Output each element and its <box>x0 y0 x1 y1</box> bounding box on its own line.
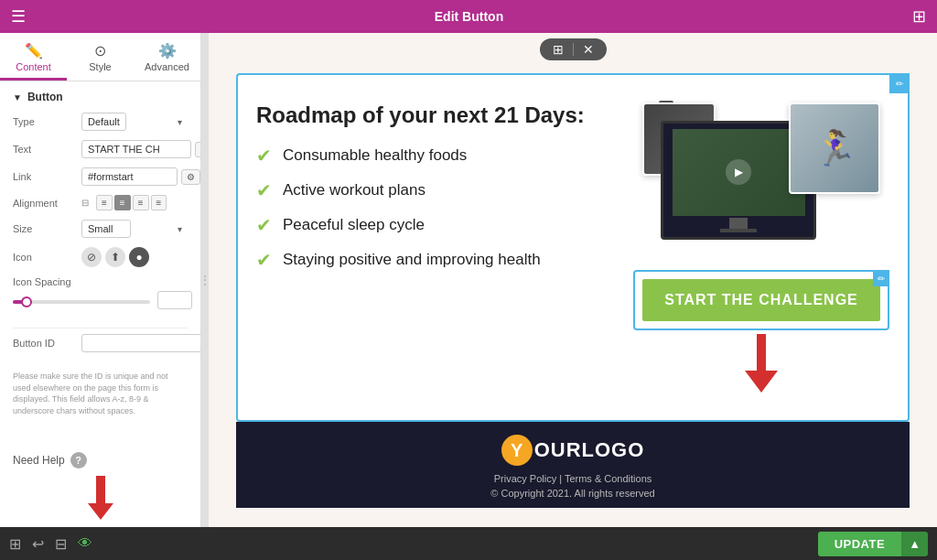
text-input[interactable] <box>81 140 191 158</box>
align-center-btn[interactable]: ≡ <box>114 195 131 210</box>
checklist-item-3: Peaceful sleep cycle <box>283 216 425 234</box>
check-icon-2: ✔ <box>256 179 272 201</box>
logo-letter: Y <box>511 440 522 461</box>
tool-separator <box>573 43 574 56</box>
image-collage: ⊞ 🏋️ ▶ <box>642 102 880 253</box>
slider-thumb[interactable] <box>21 296 32 307</box>
arrow-container <box>88 476 113 520</box>
need-help-label: Need Help <box>13 454 65 467</box>
left-panel: ✏️ Content ⊙ Style ⚙️ Advanced ▼ Button … <box>0 33 201 527</box>
main-area: ✏️ Content ⊙ Style ⚙️ Advanced ▼ Button … <box>0 33 937 527</box>
tab-advanced[interactable]: ⚙️ Advanced <box>134 33 200 81</box>
button-id-control: 🗑 <box>81 334 201 352</box>
footer-copyright-text: © Copyright 2021. All rights reserved <box>490 488 654 499</box>
widget-box: ✏ Roadmap of your next 21 Days: ✔ Consum… <box>236 73 910 422</box>
monitor-screen: ▶ <box>673 129 805 216</box>
start-challenge-button[interactable]: START THE CHALLENGE <box>642 279 880 321</box>
list-item: ✔ Peaceful sleep cycle <box>256 214 615 236</box>
type-label: Type <box>13 116 81 127</box>
canvas-close-btn[interactable]: ✕ <box>583 42 594 57</box>
size-select[interactable]: Small Medium Large <box>81 220 131 238</box>
divider <box>13 328 188 328</box>
resize-handle[interactable]: ⋮ <box>201 33 209 527</box>
section-label: Button <box>27 91 63 103</box>
link-settings-icon[interactable]: ⚙ <box>181 169 200 185</box>
widget-edit-icon[interactable]: ✏ <box>889 73 910 93</box>
history-icon[interactable]: ↩ <box>32 535 44 553</box>
bottom-icons: ⊞ ↩ ⊟ 👁 <box>9 535 92 553</box>
menu-icon[interactable]: ☰ <box>11 6 26 27</box>
link-label: Link <box>13 171 81 182</box>
need-help-row: Need Help ? <box>0 445 200 476</box>
layers-icon[interactable]: ⊞ <box>9 535 21 553</box>
button-section: ▼ Button Type Default Text <box>0 81 200 367</box>
check-icon-1: ✔ <box>256 145 272 167</box>
button-id-row: Button ID 🗑 <box>13 334 188 352</box>
button-id-input[interactable] <box>81 334 201 352</box>
canvas-toolbar-inner: ⊞ ✕ <box>540 38 607 60</box>
monitor-base <box>720 229 757 232</box>
collapse-arrow[interactable]: ▼ <box>13 92 22 102</box>
text-row: Text ⊞ <box>13 140 188 158</box>
link-control: ⚙ ☰ <box>81 167 201 186</box>
tab-style[interactable]: ⊙ Style <box>67 33 134 81</box>
canvas-content: ✏ Roadmap of your next 21 Days: ✔ Consum… <box>209 64 937 527</box>
align-left-btn[interactable]: ≡ <box>96 195 113 210</box>
icon-spacing-row: Icon Spacing <box>13 276 188 318</box>
type-control: Default <box>81 113 188 131</box>
eye-icon[interactable]: 👁 <box>78 535 92 552</box>
update-dropdown-btn[interactable]: ▲ <box>901 532 928 556</box>
responsive-icon[interactable]: ⊟ <box>55 535 67 553</box>
red-arrow <box>633 334 889 393</box>
button-id-label: Button ID <box>13 338 81 349</box>
monitor-stand <box>729 218 748 229</box>
check-icon-3: ✔ <box>256 214 272 236</box>
icon-row: Icon ⊘ ⬆ ● <box>13 247 188 267</box>
left-panel-arrow <box>0 476 200 527</box>
woman-figure: 🏃‍♀️ <box>813 131 856 166</box>
text-label: Text <box>13 144 81 155</box>
icon-spacing-input[interactable] <box>157 291 192 309</box>
start-btn-container: ✏ START THE CHALLENGE <box>633 270 889 393</box>
size-label: Size <box>13 223 81 234</box>
update-btn-group: UPDATE ▲ <box>818 532 928 556</box>
link-input[interactable] <box>81 167 178 186</box>
align-right-btn[interactable]: ≡ <box>133 195 149 210</box>
tab-content[interactable]: ✏️ Content <box>0 33 67 81</box>
type-select[interactable]: Default <box>81 113 126 131</box>
icon-option-3[interactable]: ● <box>129 247 149 267</box>
help-icon[interactable]: ? <box>70 452 87 468</box>
check-icon-4: ✔ <box>256 249 272 271</box>
type-select-wrapper: Default <box>81 113 188 131</box>
style-tab-icon: ⊙ <box>70 42 130 59</box>
checklist-item-1: Consumable healthy foods <box>283 146 467 165</box>
update-button[interactable]: UPDATE <box>818 532 901 556</box>
panel-title: Edit Button <box>435 9 503 24</box>
icon-spacing-control <box>13 291 192 309</box>
footer-logo-row: Y OURLOGO <box>254 435 891 466</box>
text-dynamic-icon[interactable]: ⊞ <box>195 142 201 157</box>
photo-woman: 🏃‍♀️ <box>789 102 880 194</box>
start-btn-box: ✏ START THE CHALLENGE <box>633 270 889 330</box>
roadmap-left: Roadmap of your next 21 Days: ✔ Consumab… <box>256 102 615 271</box>
icon-spacing-slider[interactable] <box>13 300 150 304</box>
icon-option-2[interactable]: ⬆ <box>105 247 125 267</box>
footer-copyright: © Copyright 2021. All rights reserved <box>254 488 891 499</box>
tab-style-label: Style <box>89 61 111 72</box>
icon-label: Icon <box>13 252 81 263</box>
play-button[interactable]: ▶ <box>726 159 751 185</box>
id-help-note: Please make sure the ID is unique and no… <box>0 367 200 424</box>
start-btn-edit-icon[interactable]: ✏ <box>873 270 889 286</box>
content-tab-icon: ✏️ <box>4 42 63 59</box>
icon-option-1[interactable]: ⊘ <box>81 247 102 267</box>
size-select-wrapper: Small Medium Large <box>81 220 188 238</box>
alignment-row: Alignment ⊟ ≡ ≡ ≡ ≡ <box>13 195 188 210</box>
grid-icon[interactable]: ⊞ <box>912 6 926 27</box>
tab-content-label: Content <box>16 61 51 72</box>
list-item: ✔ Staying positive and improving health <box>256 249 615 271</box>
advanced-tab-icon: ⚙️ <box>137 42 197 59</box>
align-justify-btn[interactable]: ≡ <box>151 195 167 210</box>
type-row: Type Default <box>13 113 188 131</box>
icon-spacing-label: Icon Spacing <box>13 276 81 287</box>
canvas-grid-icon[interactable]: ⊞ <box>553 42 564 57</box>
